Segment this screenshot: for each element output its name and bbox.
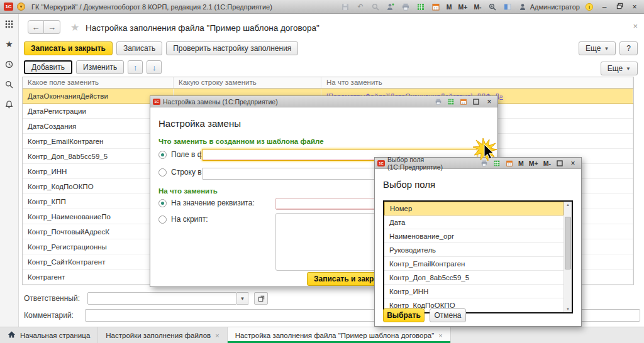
select-dialog-heading: Выбор поля xyxy=(383,179,435,190)
field-list-scrollbar[interactable]: ▲ ▼ xyxy=(564,202,572,312)
window-tab[interactable]: Настройка заполнения файла "Пример шабло… xyxy=(228,327,451,343)
zoom-icon[interactable] xyxy=(487,2,498,12)
script-radio[interactable] xyxy=(158,215,167,224)
responsible-open-icon[interactable] xyxy=(254,292,268,305)
edit-row-button[interactable]: Изменить xyxy=(76,60,124,74)
scale-m-button[interactable]: M xyxy=(517,160,525,167)
history-icon[interactable] xyxy=(4,59,14,69)
field-list-item[interactable]: Номер xyxy=(384,202,564,215)
save-icon xyxy=(340,2,351,12)
minimize-button[interactable]: – xyxy=(599,3,610,11)
responsible-input[interactable] xyxy=(87,292,237,305)
nav-history-group: ← → xyxy=(28,20,60,34)
move-down-button[interactable]: ↓ xyxy=(147,60,162,74)
calendar-icon[interactable] xyxy=(458,97,469,106)
line-in-file-radio[interactable] xyxy=(158,168,167,177)
section-replace-to: На что заменить xyxy=(158,187,218,195)
notifications-bell-icon[interactable] xyxy=(4,99,14,109)
cancel-button[interactable]: Отмена xyxy=(430,308,466,322)
close-form-icon[interactable]: × xyxy=(633,21,638,31)
scroll-down-icon[interactable]: ▼ xyxy=(564,306,572,312)
1c-logo-icon: 1С xyxy=(153,99,160,105)
replace-dialog-titlebar[interactable]: 1С Настройка замены (1С:Предприятие) × xyxy=(150,96,497,107)
tab-label: Настройки заполнения файлов xyxy=(106,332,211,339)
window-titlebar: 1С ▼ ГК "Меркурий" / Документооборот 8 К… xyxy=(0,0,644,14)
scroll-up-icon[interactable]: ▲ xyxy=(564,202,572,208)
tool-sidebar: ★ xyxy=(0,14,19,343)
field-list-item[interactable]: Дата xyxy=(384,215,564,229)
split-view-icon[interactable] xyxy=(502,2,513,12)
window-tab[interactable]: Начальная страница xyxy=(0,327,98,343)
more-button[interactable]: Еще▼ xyxy=(579,41,616,55)
maximize-icon[interactable] xyxy=(555,159,565,168)
scale-m-plus-button[interactable]: M+ xyxy=(457,3,469,11)
select-dialog-title-text: Выбор поля (1С:Предприятие) xyxy=(387,156,474,171)
forward-button[interactable]: → xyxy=(44,20,60,34)
form-command-bar: Записать и закрыть Записать Проверить на… xyxy=(24,41,298,55)
calculator-icon[interactable] xyxy=(415,2,426,12)
calendar-icon[interactable] xyxy=(430,2,441,12)
mouse-cursor xyxy=(473,138,498,163)
select-dialog-body: Выбор поля НомерДатаНаименование_оргРуко… xyxy=(375,169,581,327)
user-name: Администратор xyxy=(530,3,580,11)
field-list-item[interactable]: Наименование_орг xyxy=(384,229,564,243)
back-button[interactable]: ← xyxy=(28,20,44,34)
svg-text:i: i xyxy=(589,4,590,10)
menu-grid-icon[interactable] xyxy=(4,19,14,29)
maximize-icon[interactable] xyxy=(471,97,481,106)
column-header-value[interactable]: На что заменить xyxy=(321,77,633,88)
window-tab[interactable]: Настройки заполнения файлов× xyxy=(98,327,227,343)
close-dialog-icon[interactable]: × xyxy=(484,97,495,106)
favorites-star-icon[interactable]: ★ xyxy=(4,39,14,49)
check-fill-settings-button[interactable]: Проверить настройку заполнения xyxy=(166,41,298,55)
calculator-icon[interactable] xyxy=(446,97,456,106)
attr-value-radio[interactable] xyxy=(158,199,167,207)
attr-value-radio-row: На значение реквизита: xyxy=(158,199,255,207)
field-in-file-radio[interactable] xyxy=(158,151,167,159)
scrollbar-thumb[interactable] xyxy=(565,217,571,270)
field-list-item[interactable]: Руководитель xyxy=(384,243,564,257)
print-icon[interactable] xyxy=(433,97,443,106)
field-list-item[interactable]: Контр_ИНН xyxy=(384,285,564,298)
move-up-button[interactable]: ↑ xyxy=(128,60,143,74)
scale-m-minus-button[interactable]: M- xyxy=(542,160,552,167)
table-more-button[interactable]: Еще▼ xyxy=(601,62,638,75)
column-header-field[interactable]: Какое поле заменить xyxy=(23,77,174,88)
field-list-item[interactable]: Контр_Доп_8ab5cc59_5 xyxy=(384,271,564,285)
field-select-dialog: 1С Выбор поля (1С:Предприятие) M M+ M- ×… xyxy=(374,157,582,327)
scale-m-minus-button[interactable]: M- xyxy=(472,3,482,11)
add-row-button[interactable]: Добавить xyxy=(24,60,72,74)
responsible-row: Ответственный: ▼ xyxy=(24,292,268,305)
tab-close-icon[interactable]: × xyxy=(215,332,219,339)
responsible-dropdown-icon[interactable]: ▼ xyxy=(237,292,248,305)
info-icon[interactable]: i xyxy=(584,2,595,12)
current-user[interactable]: Администратор xyxy=(517,2,580,12)
main-menu-dropdown-icon[interactable]: ▼ xyxy=(17,3,25,11)
search-icon xyxy=(370,2,381,12)
close-window-button[interactable]: × xyxy=(629,3,640,11)
replace-dialog-heading: Настройка замены xyxy=(158,118,241,129)
print-icon[interactable] xyxy=(400,2,411,12)
app-window: 1С ▼ ГК "Меркурий" / Документооборот 8 К… xyxy=(0,0,644,343)
save-and-close-button[interactable]: Записать и закрыть xyxy=(24,41,113,55)
select-button[interactable]: Выбрать xyxy=(383,308,425,322)
help-button[interactable]: ? xyxy=(619,41,638,55)
replace-dialog-title-text: Настройка замены (1С:Предприятие) xyxy=(163,98,278,106)
restore-button[interactable] xyxy=(614,3,625,11)
window-title: ГК "Меркурий" / Документооборот 8 КОРП, … xyxy=(31,3,272,11)
calendar-icon[interactable] xyxy=(504,159,514,168)
search-sidebar-icon[interactable] xyxy=(4,79,14,89)
column-header-line[interactable]: Какую строку заменить xyxy=(174,77,321,88)
close-dialog-icon[interactable]: × xyxy=(567,159,579,168)
favorite-star-icon[interactable]: ★ xyxy=(70,21,79,33)
user-icon xyxy=(517,2,528,12)
tab-close-icon[interactable]: × xyxy=(438,332,442,339)
tab-label: Начальная страница xyxy=(20,332,90,339)
field-list-item[interactable]: Контр_EmailКонтраген xyxy=(384,257,564,271)
scale-m-button[interactable]: M xyxy=(445,3,453,11)
save-button[interactable]: Записать xyxy=(116,41,162,55)
page-title: Настройка заполнения файла "Пример шабло… xyxy=(86,23,319,33)
add-user-icon[interactable] xyxy=(385,2,396,12)
scale-m-plus-button[interactable]: M+ xyxy=(528,160,540,167)
line-in-file-input[interactable] xyxy=(202,168,403,180)
